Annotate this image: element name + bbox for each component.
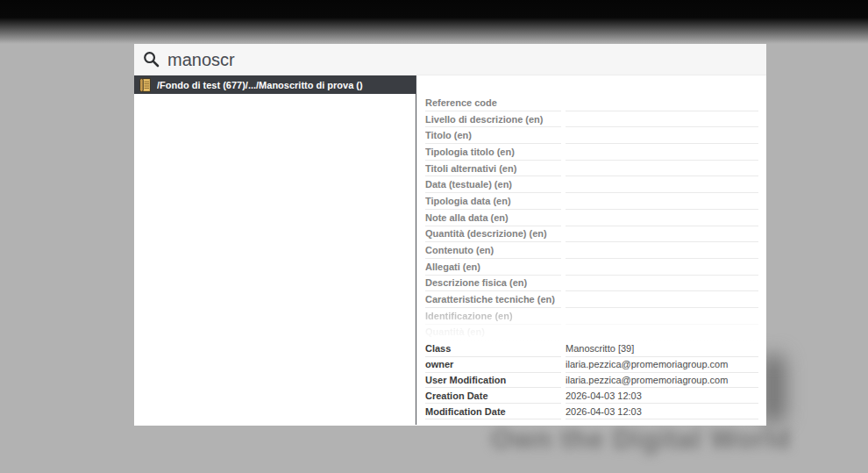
metadata-value: ilaria.pezzica@promemoriagroup.com (566, 373, 758, 389)
field-value (566, 291, 758, 308)
field-row: Note alla data (en) (425, 210, 758, 226)
field-label: Identificazione (en) (425, 308, 561, 325)
metadata-label: Creation Date (425, 388, 561, 404)
metadata-value: 2026-04-03 12:03 (566, 404, 758, 419)
field-row: Quantità (descrizione) (en) (425, 226, 758, 243)
metadata-label: Modification Date (425, 404, 561, 419)
field-value (566, 210, 758, 226)
field-label: Tipologia data (en) (425, 193, 561, 210)
search-modal: manoscr /Fondo di test (677)/.../Manoscr… (134, 44, 766, 426)
search-icon (143, 51, 160, 68)
field-value (566, 95, 758, 111)
field-value (566, 325, 758, 341)
top-gradient-bar (0, 0, 868, 44)
field-row: Reference code (425, 95, 758, 111)
field-row: Data (testuale) (en) (425, 176, 758, 193)
metadata-value: Manoscritto [39] (566, 341, 758, 357)
field-row: Quantità (en) (425, 325, 758, 341)
field-label: Titoli alternativi (en) (425, 161, 561, 177)
field-row: Livello di descrizione (en) (425, 111, 758, 128)
preview-panel: Reference code Livello di descrizione (e… (416, 75, 766, 425)
metadata-row: User Modification ilaria.pezzica@promemo… (425, 373, 758, 389)
metadata-label: owner (425, 357, 561, 373)
field-row: Descrizione fisica (en) (425, 276, 758, 292)
field-label: Livello di descrizione (en) (425, 111, 561, 128)
field-value (566, 308, 758, 325)
field-value (566, 259, 758, 276)
metadata-label: Class (425, 341, 561, 357)
field-row: Identificazione (en) (425, 308, 758, 325)
metadata-row: Creation Date 2026-04-03 12:03 (425, 388, 758, 404)
field-label: Descrizione fisica (en) (425, 276, 561, 292)
field-row: Titolo (en) (425, 127, 758, 144)
field-value (566, 144, 758, 161)
metadata-list: Class Manoscritto [39] owner ilaria.pezz… (425, 341, 758, 419)
field-value (566, 127, 758, 144)
field-label: Reference code (425, 95, 561, 111)
field-row: Contenuto (en) (425, 242, 758, 259)
field-row: Caratteristiche tecniche (en) (425, 291, 758, 308)
blurred-watermark-text: Own the Digital World (491, 424, 791, 455)
metadata-label: User Modification (425, 373, 561, 389)
field-value (566, 242, 758, 259)
field-label: Contenuto (en) (425, 242, 561, 259)
field-row: Titoli alternativi (en) (425, 161, 758, 177)
field-label: Quantità (descrizione) (en) (425, 226, 561, 243)
result-item-selected[interactable]: /Fondo di test (677)/.../Manoscritto di … (134, 75, 416, 94)
modal-body: /Fondo di test (677)/.../Manoscritto di … (134, 75, 766, 425)
field-list: Reference code Livello di descrizione (e… (425, 75, 758, 341)
field-label: Caratteristiche tecniche (en) (425, 291, 561, 308)
field-row: Tipologia titolo (en) (425, 144, 758, 161)
field-label: Tipologia titolo (en) (425, 144, 561, 161)
field-label: Note alla data (en) (425, 210, 561, 226)
metadata-value: ilaria.pezzica@promemoriagroup.com (566, 357, 758, 373)
field-row: Tipologia data (en) (425, 193, 758, 210)
field-value (566, 176, 758, 193)
field-label: Quantità (en) (425, 325, 561, 341)
field-value (566, 193, 758, 210)
metadata-row: owner ilaria.pezzica@promemoriagroup.com (425, 357, 758, 373)
field-rows: Reference code Livello di descrizione (e… (425, 95, 758, 340)
metadata-value: 2026-04-03 12:03 (566, 388, 758, 404)
scroll-icon (139, 78, 151, 92)
metadata-row: Modification Date 2026-04-03 12:03 (425, 404, 758, 419)
field-value (566, 276, 758, 292)
desktop-background: Own the Digital World manoscr (0, 0, 868, 473)
results-panel: /Fondo di test (677)/.../Manoscritto di … (134, 75, 416, 425)
search-input[interactable]: manoscr (167, 51, 235, 68)
search-bar[interactable]: manoscr (134, 44, 766, 75)
field-value (566, 111, 758, 128)
metadata-row: Class Manoscritto [39] (425, 341, 758, 357)
field-value (566, 161, 758, 177)
field-row: Allegati (en) (425, 259, 758, 276)
field-label: Allegati (en) (425, 259, 561, 276)
field-value (566, 226, 758, 243)
field-label: Data (testuale) (en) (425, 176, 561, 193)
result-label: /Fondo di test (677)/.../Manoscritto di … (157, 80, 363, 90)
field-label: Titolo (en) (425, 127, 561, 144)
